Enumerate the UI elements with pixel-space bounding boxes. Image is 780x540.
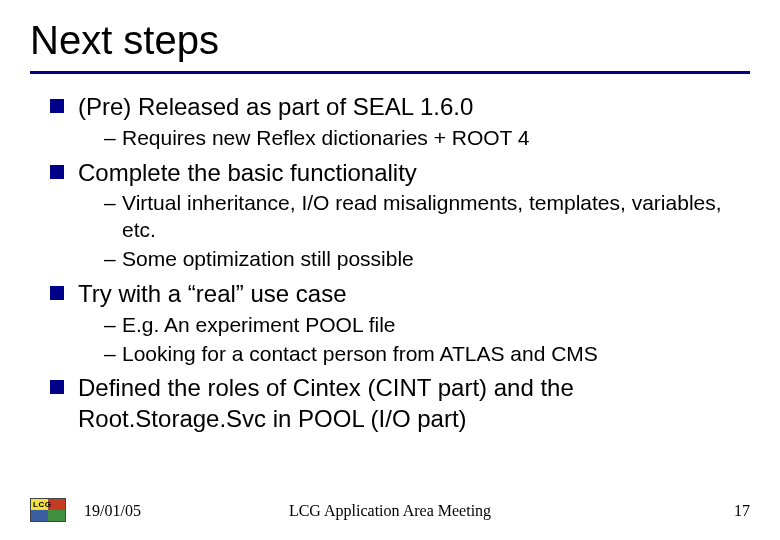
sub-item: Looking for a contact person from ATLAS …: [104, 341, 750, 368]
footer-page-number: 17: [734, 502, 750, 520]
slide-title: Next steps: [30, 18, 750, 63]
sub-list: Requires new Reflex dictionaries + ROOT …: [78, 125, 750, 152]
bullet-item: Try with a “real” use case E.g. An exper…: [50, 279, 750, 367]
sub-list: E.g. An experiment POOL file Looking for…: [78, 312, 750, 368]
sub-item: Some optimization still possible: [104, 246, 750, 273]
footer: LCG 19/01/05 LCG Application Area Meetin…: [0, 498, 780, 522]
footer-title: LCG Application Area Meeting: [0, 502, 780, 520]
bullet-text: Defined the roles of Cintex (CINT part) …: [78, 374, 574, 432]
sub-item: E.g. An experiment POOL file: [104, 312, 750, 339]
bullet-list: (Pre) Released as part of SEAL 1.6.0 Req…: [30, 92, 750, 435]
slide: Next steps (Pre) Released as part of SEA…: [0, 0, 780, 540]
title-rule: [30, 71, 750, 74]
bullet-text: (Pre) Released as part of SEAL 1.6.0: [78, 93, 473, 120]
bullet-item: Complete the basic functionality Virtual…: [50, 158, 750, 273]
bullet-item: Defined the roles of Cintex (CINT part) …: [50, 373, 750, 434]
bullet-text: Complete the basic functionality: [78, 159, 417, 186]
square-bullet-icon: [50, 286, 64, 300]
square-bullet-icon: [50, 99, 64, 113]
square-bullet-icon: [50, 165, 64, 179]
sub-list: Virtual inheritance, I/O read misalignme…: [78, 190, 750, 273]
bullet-text: Try with a “real” use case: [78, 280, 347, 307]
square-bullet-icon: [50, 380, 64, 394]
bullet-item: (Pre) Released as part of SEAL 1.6.0 Req…: [50, 92, 750, 152]
sub-item: Virtual inheritance, I/O read misalignme…: [104, 190, 750, 244]
sub-item: Requires new Reflex dictionaries + ROOT …: [104, 125, 750, 152]
